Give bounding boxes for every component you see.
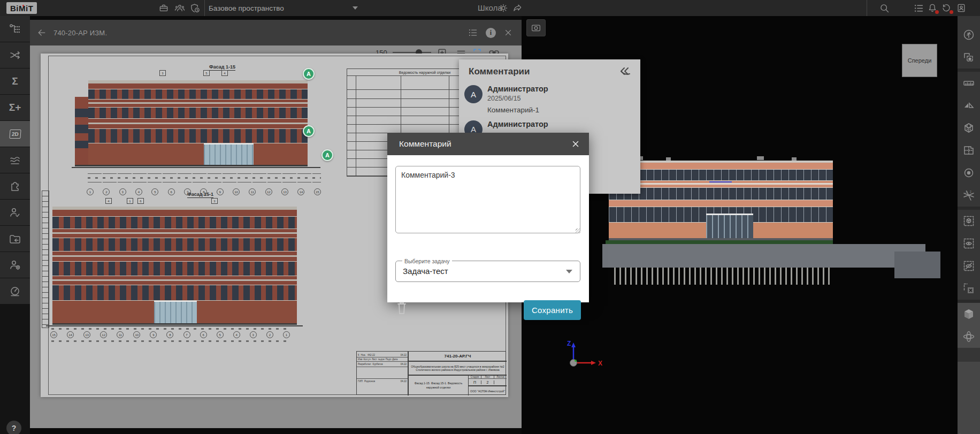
grids-axes-icon[interactable]: 1 2 [958,184,980,207]
shield-clock-icon[interactable] [189,2,201,14]
close-icon[interactable] [503,28,513,37]
grid-axis-bubble: 3 [250,331,257,338]
finish-callout: 4 [105,198,112,204]
workspace-selector[interactable]: Базовое пространство [209,0,358,16]
tb-col-header: Изм [358,358,362,361]
trash-icon[interactable] [395,300,408,316]
grid-axis-bubble: 11 [117,331,124,338]
ruler-icon[interactable] [958,72,980,94]
band [88,89,308,100]
band [88,143,308,166]
tb-stage-grid: Стадия Лист Листов П 2 [468,375,507,386]
grid-axis-bubble: 9 [150,331,157,338]
tb-col-header: Подп [386,358,392,361]
list-icon[interactable] [913,2,924,14]
view-cube[interactable]: Спереди [902,44,937,77]
tb-sheet-value: 2 [481,380,494,384]
logo-text: BiMiT [10,4,33,13]
dimension-text [88,177,321,179]
dashboard-gauge-icon[interactable] [0,278,30,304]
band [88,83,308,89]
sum-plus-icon[interactable]: Σ+ [0,95,30,120]
axes-gizmo: Z X [547,338,606,371]
tb-change-type: Нов. [361,354,366,356]
finish-callout: 6 [137,198,144,204]
tb-role-label: Разработал [358,363,371,366]
close-icon[interactable] [570,138,581,150]
sum-icon[interactable]: Σ [0,68,30,94]
grid-axis-bubble: 5 [151,188,158,195]
solid-cube-icon[interactable] [958,303,980,325]
right-toolbar: 1 2 [958,16,980,434]
collapse-double-chevron-icon[interactable] [618,66,632,78]
tb-stage-label: Стадия [469,376,481,378]
window-row [609,187,833,200]
folder-share-icon[interactable] [0,226,30,252]
zoom-slider[interactable] [393,52,431,53]
sheet-list-icon[interactable] [468,27,478,38]
grid-axis-bubble: 4 [135,188,142,195]
search-icon[interactable] [878,2,890,14]
building-3d-model[interactable] [609,161,833,240]
user-check-icon[interactable] [0,200,30,225]
tb-sheet-label: Лист [481,376,494,378]
model-tree-icon[interactable] [0,16,30,42]
comment-textarea[interactable]: Комментарий-3 [395,166,580,233]
briefcase-icon[interactable] [158,2,170,14]
modal-header: Комментарий [387,133,589,155]
tb-role-name: Родионов [364,380,375,383]
plugins-puzzle-icon[interactable] [0,173,30,199]
user-badge-icon[interactable] [955,2,967,14]
band [52,261,297,276]
facade-bottom-title: Фасад 15-1 [187,192,213,198]
bell-badge [935,10,939,14]
bimit-logo[interactable]: BiMiT [6,2,37,14]
tb-project-desc: Общеобразовательная школа на 825 мест уч… [408,361,507,375]
wing-windows [75,109,88,148]
band [88,107,308,119]
ground-line [46,325,303,326]
flip-flash-icon[interactable] [958,94,980,117]
tb-col-header: Кол.уч [363,358,371,361]
shuffle-icon[interactable] [0,42,30,68]
view-2d-icon[interactable]: 2D [0,121,30,147]
team-icon[interactable] [174,2,186,14]
comment-modal: Комментарий Комментарий-3 Выберите задач… [387,133,589,302]
facade-elevation-bottom [52,207,297,325]
environment-tree-icon[interactable] [958,24,980,46]
comment-marker[interactable]: A [321,149,333,161]
show-eye-icon[interactable] [958,232,980,255]
focus-target-icon[interactable] [958,162,980,184]
floorplan-icon[interactable] [958,139,980,162]
share-icon[interactable] [511,2,523,14]
section-box-icon[interactable] [958,117,980,139]
chart-icon[interactable] [0,147,30,173]
clear-selection-icon[interactable] [958,277,980,300]
back-arrow-icon[interactable] [36,27,47,38]
save-button[interactable]: Сохранить [524,300,581,320]
tb-sheets-label: Листов [494,376,507,378]
orbit-icon[interactable] [958,325,980,348]
viewport-camera-icon[interactable] [526,19,546,36]
tb-col-header: №док [378,358,385,361]
task-select[interactable]: Выберите задачу Задача-тест [395,261,580,282]
comment-marker[interactable]: A [303,125,315,137]
isolate-box-icon[interactable] [958,210,980,232]
selection-group-icon[interactable] [958,46,980,68]
notifications-bell-icon[interactable] [927,2,938,14]
tb-col-header: Дата [392,358,397,361]
window-row [609,169,833,181]
settings-gear-icon[interactable] [497,2,509,14]
landscape-strip [606,240,833,244]
grid-axis-bubble: 8 [166,331,173,338]
hide-eye-icon[interactable] [958,255,980,277]
elevation-mini-table [42,191,49,328]
info-icon[interactable]: i [486,28,496,38]
help-label: ? [12,424,17,432]
help-button[interactable]: ? [6,421,21,434]
history-icon[interactable] [940,2,952,14]
band [52,238,297,252]
user-location-icon[interactable] [0,252,30,278]
comment-marker[interactable]: A [303,68,315,80]
comment-list-item[interactable]: A Администратор 2025/06/15 Комментарий-1 [459,81,640,116]
